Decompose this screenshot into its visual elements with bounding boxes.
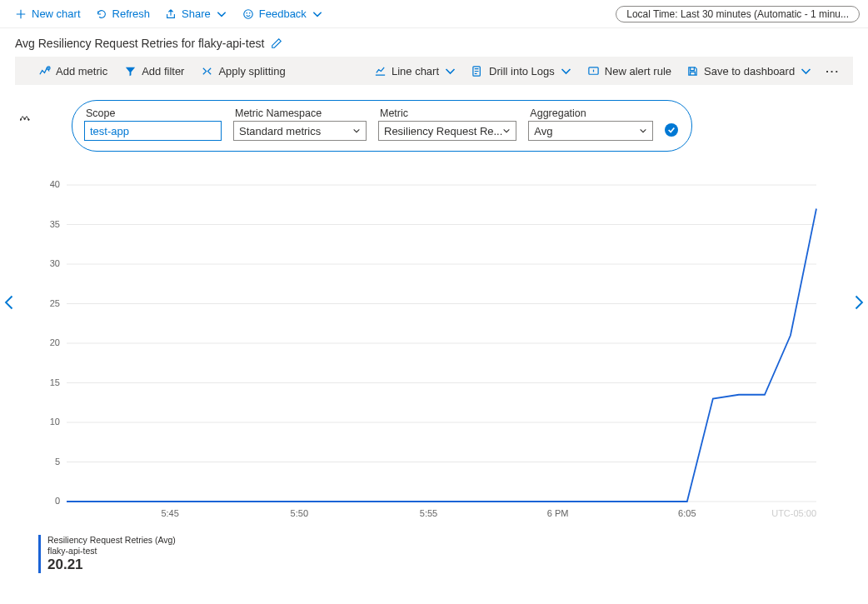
apply-splitting-label: Apply splitting: [218, 65, 285, 77]
save-icon: [686, 65, 699, 77]
add-metric-button[interactable]: Add metric: [32, 62, 114, 81]
chevron-down-icon: [560, 65, 572, 77]
chevron-down-icon: [639, 127, 647, 135]
scope-select[interactable]: test-app: [84, 121, 222, 141]
chevron-down-icon: [352, 127, 361, 135]
metric-value: Resiliency Request Re...: [384, 125, 502, 137]
alert-icon: [587, 65, 600, 77]
svg-text:5: 5: [55, 457, 60, 467]
chevron-down-icon: [312, 8, 323, 20]
metric-field: Metric Resiliency Request Re...: [378, 107, 516, 141]
add-filter-button[interactable]: Add filter: [117, 62, 191, 81]
svg-text:0: 0: [55, 496, 60, 506]
chevron-down-icon: [502, 127, 511, 135]
chart-region: 05101520253035405:455:505:556 PM6:05UTC-…: [33, 177, 835, 527]
share-label: Share: [182, 7, 211, 20]
chart-title-row: Avg Resiliency Request Retries for flaky…: [0, 28, 868, 57]
chevron-down-icon: [444, 65, 456, 77]
svg-point-0: [244, 9, 253, 18]
svg-text:5:50: 5:50: [291, 508, 308, 518]
svg-point-7: [24, 118, 26, 120]
chart-toolbar: Add metric Add filter Apply splitting Li…: [15, 57, 853, 85]
share-button[interactable]: Share: [158, 4, 234, 23]
metric-label: Metric: [378, 107, 516, 119]
namespace-select[interactable]: Standard metrics: [233, 121, 367, 141]
new-chart-button[interactable]: New chart: [8, 4, 87, 23]
metric-select[interactable]: Resiliency Request Re...: [378, 121, 516, 141]
check-icon: [667, 126, 676, 134]
chart-type-button[interactable]: Line chart: [367, 62, 463, 81]
series-color-icon: [20, 114, 33, 122]
save-dashboard-button[interactable]: Save to dashboard: [680, 62, 819, 81]
apply-splitting-button[interactable]: Apply splitting: [194, 62, 292, 81]
legend-line-1: Resiliency Request Retries (Avg): [47, 535, 176, 546]
aggregation-field: Aggregation Avg: [528, 107, 653, 141]
svg-text:35: 35: [50, 219, 60, 229]
chart-type-label: Line chart: [392, 65, 439, 77]
filter-icon: [124, 65, 137, 77]
aggregation-select[interactable]: Avg: [528, 121, 653, 141]
smiley-icon: [242, 8, 254, 20]
scope-value: test-app: [90, 125, 129, 137]
svg-text:5:55: 5:55: [420, 508, 437, 518]
more-menu[interactable]: ···: [821, 65, 845, 77]
svg-text:30: 30: [50, 258, 60, 268]
confirm-badge[interactable]: [665, 123, 678, 137]
aggregation-label: Aggregation: [528, 107, 653, 119]
svg-point-2: [249, 12, 250, 13]
drill-logs-button[interactable]: Drill into Logs: [465, 62, 579, 81]
svg-text:15: 15: [50, 377, 60, 387]
svg-point-6: [20, 119, 22, 121]
scope-label: Scope: [84, 107, 222, 119]
feedback-label: Feedback: [259, 7, 307, 20]
svg-text:UTC-05:00: UTC-05:00: [771, 508, 816, 518]
chart-title: Avg Resiliency Request Retries for flaky…: [15, 37, 264, 50]
svg-text:25: 25: [50, 298, 60, 308]
top-toolbar: New chart Refresh Share Feedback Local T…: [0, 0, 868, 28]
namespace-field: Metric Namespace Standard metrics: [233, 107, 367, 141]
svg-point-8: [28, 119, 30, 121]
prev-chart-arrow[interactable]: [2, 294, 18, 311]
plus-icon: [15, 8, 27, 20]
svg-text:6 PM: 6 PM: [547, 508, 569, 518]
save-dashboard-label: Save to dashboard: [704, 65, 795, 77]
chevron-down-icon: [216, 8, 227, 20]
feedback-button[interactable]: Feedback: [236, 4, 330, 23]
line-chart[interactable]: 05101520253035405:455:505:556 PM6:05UTC-…: [33, 177, 833, 527]
next-chart-arrow[interactable]: [850, 294, 866, 311]
share-icon: [165, 8, 177, 20]
time-range-pill[interactable]: Local Time: Last 30 minutes (Automatic -…: [616, 6, 860, 22]
legend-color-bar: [38, 535, 41, 573]
new-chart-label: New chart: [32, 7, 81, 20]
namespace-value: Standard metrics: [239, 125, 321, 137]
pencil-icon[interactable]: [271, 37, 282, 49]
splitting-icon: [201, 65, 213, 77]
svg-text:5:45: 5:45: [161, 508, 178, 518]
new-alert-label: New alert rule: [605, 65, 671, 77]
aggregation-value: Avg: [534, 125, 552, 137]
new-alert-button[interactable]: New alert rule: [581, 62, 678, 81]
legend-line-2: flaky-api-test: [47, 546, 176, 557]
add-metric-label: Add metric: [56, 65, 107, 77]
svg-text:6:05: 6:05: [678, 508, 696, 518]
svg-text:10: 10: [50, 417, 60, 427]
add-metric-icon: [38, 65, 51, 77]
chevron-down-icon: [800, 65, 812, 77]
legend-value: 20.21: [47, 557, 176, 573]
legend[interactable]: Resiliency Request Retries (Avg) flaky-a…: [38, 535, 868, 573]
time-range-label: Local Time: Last 30 minutes (Automatic -…: [626, 8, 849, 20]
scope-field: Scope test-app: [84, 107, 222, 141]
refresh-button[interactable]: Refresh: [89, 4, 157, 23]
add-filter-label: Add filter: [142, 65, 184, 77]
logs-icon: [471, 65, 484, 77]
refresh-icon: [96, 8, 107, 20]
svg-text:40: 40: [50, 179, 60, 189]
namespace-label: Metric Namespace: [233, 107, 367, 119]
refresh-label: Refresh: [112, 7, 151, 20]
drill-logs-label: Drill into Logs: [489, 65, 555, 77]
line-chart-icon: [374, 65, 387, 77]
svg-point-1: [247, 12, 247, 13]
svg-text:20: 20: [50, 337, 60, 347]
metric-config-pill: Scope test-app Metric Namespace Standard…: [72, 100, 692, 152]
